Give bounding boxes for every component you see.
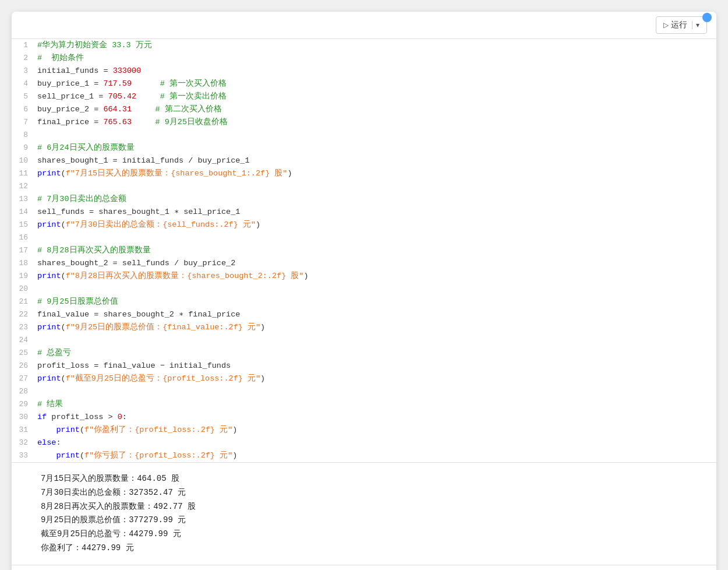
code-string: f"7月15日买入的股票数量：{shares_bought_1:.2f} 股" bbox=[66, 169, 288, 178]
code-plain bbox=[132, 118, 156, 126]
line-number: 32 bbox=[12, 437, 35, 449]
code-line[interactable]: 31 print(f"你盈利了：{profit_loss:.2f} 元") bbox=[12, 424, 716, 437]
line-number: 8 bbox=[12, 129, 35, 142]
code-content: initial_funds = 333000 bbox=[35, 65, 716, 78]
code-content: # 9月25日股票总价值 bbox=[35, 295, 716, 308]
code-number: 705.42 bbox=[108, 92, 137, 101]
code-string: f"9月25日的股票总价值：{final_value:.2f} 元" bbox=[66, 323, 260, 332]
line-number: 23 bbox=[12, 321, 35, 334]
code-plain: ) bbox=[260, 374, 265, 383]
line-number: 9 bbox=[12, 142, 35, 154]
code-line[interactable]: 23print(f"9月25日的股票总价值：{final_value:.2f} … bbox=[12, 321, 716, 334]
line-number: 10 bbox=[12, 154, 35, 167]
code-line[interactable]: 22final_value = shares_bought_2 ∗ final_… bbox=[12, 308, 716, 321]
output-line: 截至9月25日的总盈亏：44279.99 元 bbox=[41, 527, 705, 541]
code-plain: ( bbox=[61, 323, 66, 332]
code-content: else: bbox=[35, 437, 716, 449]
code-line[interactable]: 29# 结果 bbox=[12, 398, 716, 411]
line-number: 21 bbox=[12, 295, 35, 308]
code-line[interactable]: 11print(f"7月15日买入的股票数量：{shares_bought_1:… bbox=[12, 167, 716, 180]
code-line[interactable]: 3initial_funds = 333000 bbox=[12, 65, 716, 78]
code-line[interactable]: 26profit_loss = final_value − initial_fu… bbox=[12, 360, 716, 372]
code-plain: profit_loss > bbox=[47, 413, 118, 421]
code-number: 333000 bbox=[113, 66, 142, 75]
code-line[interactable]: 1#华为算力初始资金 33.3 万元 bbox=[12, 39, 716, 52]
code-line[interactable]: 4buy_price_1 = 717.59 # 第一次买入价格 bbox=[12, 78, 716, 90]
line-number: 17 bbox=[12, 244, 35, 257]
line-number: 1 bbox=[12, 39, 35, 52]
code-plain bbox=[132, 105, 156, 114]
line-number: 16 bbox=[12, 231, 35, 244]
code-line[interactable]: 18shares_bought_2 = sell_funds / buy_pri… bbox=[12, 257, 716, 270]
code-line[interactable]: 20 bbox=[12, 283, 716, 295]
line-number: 7 bbox=[12, 116, 35, 129]
code-string: f"你亏损了：{profit_loss:.2f} 元" bbox=[84, 451, 232, 460]
code-line[interactable]: 7final_price = 765.63 # 9月25日收盘价格 bbox=[12, 116, 716, 129]
line-number: 20 bbox=[12, 283, 35, 295]
code-content bbox=[35, 334, 716, 347]
code-line[interactable]: 12 bbox=[12, 180, 716, 193]
code-content: buy_price_1 = 717.59 # 第一次买入价格 bbox=[35, 78, 716, 90]
code-plain: ( bbox=[61, 272, 66, 280]
code-plain: buy_price_2 = bbox=[37, 105, 103, 114]
code-keyword: print bbox=[37, 220, 61, 229]
output-line: 8月28日再次买入的股票数量：492.77 股 bbox=[41, 500, 705, 514]
code-line[interactable]: 10shares_bought_1 = initial_funds / buy_… bbox=[12, 154, 716, 167]
code-line[interactable]: 6buy_price_2 = 664.31 # 第二次买入价格 bbox=[12, 103, 716, 116]
code-line[interactable]: 15print(f"7月30日卖出的总金额：{sell_funds:.2f} 元… bbox=[12, 219, 716, 231]
code-plain: ( bbox=[80, 451, 84, 460]
code-content: # 8月28日再次买入的股票数量 bbox=[35, 244, 716, 257]
code-plain: shares_bought_1 = initial_funds / buy_pr… bbox=[37, 156, 250, 165]
code-keyword: print bbox=[37, 272, 61, 280]
code-plain: : bbox=[122, 413, 127, 421]
code-line[interactable]: 16 bbox=[12, 231, 716, 244]
code-keyword: print bbox=[37, 374, 61, 383]
code-line[interactable]: 19print(f"8月28日再次买入的股票数量：{shares_bought_… bbox=[12, 270, 716, 283]
code-keyword: else bbox=[37, 438, 56, 447]
line-number: 4 bbox=[12, 78, 35, 90]
code-content: # 总盈亏 bbox=[35, 347, 716, 360]
code-content: print(f"你亏损了：{profit_loss:.2f} 元") bbox=[35, 449, 716, 462]
line-number: 19 bbox=[12, 270, 35, 283]
code-line[interactable]: 2# 初始条件 bbox=[12, 52, 716, 65]
dropdown-arrow-icon[interactable]: ▾ bbox=[692, 21, 699, 29]
code-line[interactable]: 17# 8月28日再次买入的股票数量 bbox=[12, 244, 716, 257]
code-plain: buy_price_1 = bbox=[37, 79, 103, 88]
code-content: print(f"8月28日再次买入的股票数量：{shares_bought_2:… bbox=[35, 270, 716, 283]
code-comment: #华为算力初始资金 33.3 万元 bbox=[37, 41, 152, 50]
code-string: f"8月28日再次买入的股票数量：{shares_bought_2:.2f} 股… bbox=[66, 272, 304, 280]
line-number: 11 bbox=[12, 167, 35, 180]
code-content: final_value = shares_bought_2 ∗ final_pr… bbox=[35, 308, 716, 321]
log-button-area: 展示运行日志 bbox=[12, 565, 716, 570]
code-plain: ) bbox=[287, 169, 292, 178]
code-content: profit_loss = final_value − initial_fund… bbox=[35, 360, 716, 372]
code-comment: # 第一次卖出价格 bbox=[160, 92, 227, 101]
code-content: sell_funds = shares_bought_1 ∗ sell_pric… bbox=[35, 206, 716, 219]
code-plain: ) bbox=[260, 323, 265, 332]
code-plain bbox=[37, 425, 56, 434]
code-line[interactable]: 21# 9月25日股票总价值 bbox=[12, 295, 716, 308]
run-button[interactable]: ▷ 运行 ▾ bbox=[656, 16, 707, 34]
code-line[interactable]: 25# 总盈亏 bbox=[12, 347, 716, 360]
code-line[interactable]: 24 bbox=[12, 334, 716, 347]
code-comment: # 8月28日再次买入的股票数量 bbox=[37, 246, 151, 255]
code-line[interactable]: 9# 6月24日买入的股票数量 bbox=[12, 142, 716, 154]
code-plain: sell_funds = shares_bought_1 ∗ sell_pric… bbox=[37, 207, 240, 216]
code-line[interactable]: 14sell_funds = shares_bought_1 ∗ sell_pr… bbox=[12, 206, 716, 219]
code-line[interactable]: 13# 7月30日卖出的总金额 bbox=[12, 193, 716, 206]
code-plain: ( bbox=[61, 220, 66, 229]
code-line[interactable]: 30if profit_loss > 0: bbox=[12, 411, 716, 424]
code-line[interactable]: 8 bbox=[12, 129, 716, 142]
code-line[interactable]: 33 print(f"你亏损了：{profit_loss:.2f} 元") bbox=[12, 449, 716, 462]
code-content: final_price = 765.63 # 9月25日收盘价格 bbox=[35, 116, 716, 129]
code-line[interactable]: 27print(f"截至9月25日的总盈亏：{profit_loss:.2f} … bbox=[12, 372, 716, 385]
code-keyword: print bbox=[37, 323, 61, 332]
code-line[interactable]: 28 bbox=[12, 385, 716, 398]
line-number: 25 bbox=[12, 347, 35, 360]
code-area[interactable]: 1#华为算力初始资金 33.3 万元2# 初始条件3initial_funds … bbox=[12, 39, 716, 463]
code-plain: ) bbox=[256, 220, 260, 229]
code-line[interactable]: 5sell_price_1 = 705.42 # 第一次卖出价格 bbox=[12, 90, 716, 103]
line-number: 3 bbox=[12, 65, 35, 78]
code-plain: ( bbox=[61, 169, 66, 178]
code-line[interactable]: 32else: bbox=[12, 437, 716, 449]
